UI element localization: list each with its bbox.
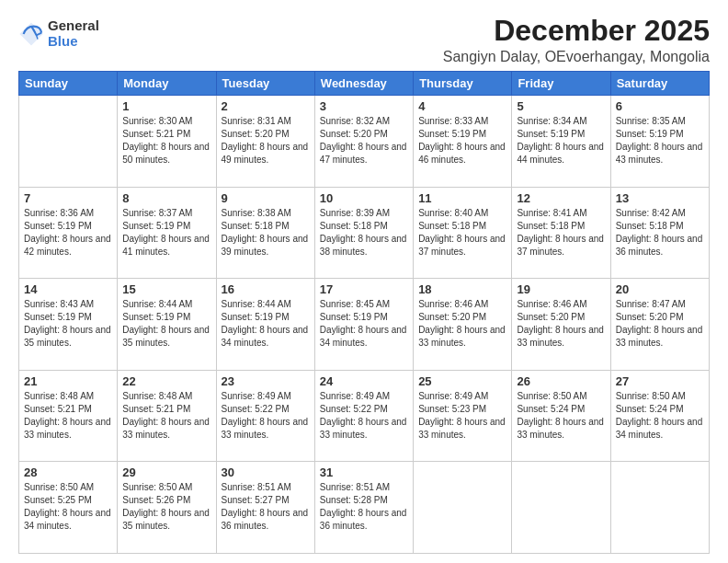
day-header-thursday: Thursday bbox=[414, 72, 512, 96]
calendar-cell bbox=[610, 462, 709, 554]
week-row-4: 21Sunrise: 8:48 AMSunset: 5:21 PMDayligh… bbox=[19, 370, 710, 462]
date-number: 5 bbox=[517, 99, 605, 113]
day-header-friday: Friday bbox=[512, 72, 610, 96]
cell-info: Sunrise: 8:39 AMSunset: 5:18 PMDaylight:… bbox=[320, 207, 408, 259]
date-number: 23 bbox=[222, 374, 310, 388]
calendar-cell bbox=[414, 462, 512, 554]
calendar-cell: 31Sunrise: 8:51 AMSunset: 5:28 PMDayligh… bbox=[314, 462, 413, 554]
cell-info: Sunrise: 8:37 AMSunset: 5:19 PMDaylight:… bbox=[122, 207, 210, 259]
calendar-cell: 26Sunrise: 8:50 AMSunset: 5:24 PMDayligh… bbox=[512, 370, 610, 462]
day-header-tuesday: Tuesday bbox=[216, 72, 314, 96]
cell-info: Sunrise: 8:48 AMSunset: 5:21 PMDaylight:… bbox=[24, 390, 112, 442]
cell-info: Sunrise: 8:49 AMSunset: 5:22 PMDaylight:… bbox=[222, 390, 310, 442]
calendar-cell: 22Sunrise: 8:48 AMSunset: 5:21 PMDayligh… bbox=[118, 370, 216, 462]
calendar-cell: 24Sunrise: 8:49 AMSunset: 5:22 PMDayligh… bbox=[314, 370, 413, 462]
week-row-2: 7Sunrise: 8:36 AMSunset: 5:19 PMDaylight… bbox=[19, 187, 710, 279]
calendar-cell: 27Sunrise: 8:50 AMSunset: 5:24 PMDayligh… bbox=[610, 370, 709, 462]
calendar-cell: 10Sunrise: 8:39 AMSunset: 5:18 PMDayligh… bbox=[314, 187, 413, 279]
header: General Blue December 2025 Sangiyn Dalay… bbox=[18, 15, 710, 65]
cell-info: Sunrise: 8:51 AMSunset: 5:27 PMDaylight:… bbox=[222, 481, 310, 533]
cell-info: Sunrise: 8:38 AMSunset: 5:18 PMDaylight:… bbox=[222, 207, 310, 259]
calendar-cell: 16Sunrise: 8:44 AMSunset: 5:19 PMDayligh… bbox=[216, 279, 314, 371]
date-number: 2 bbox=[222, 99, 310, 113]
calendar-cell: 18Sunrise: 8:46 AMSunset: 5:20 PMDayligh… bbox=[414, 279, 512, 371]
cell-info: Sunrise: 8:42 AMSunset: 5:18 PMDaylight:… bbox=[616, 207, 704, 259]
title-block: December 2025 Sangiyn Dalay, OEvoerhanga… bbox=[443, 15, 710, 65]
calendar-cell: 8Sunrise: 8:37 AMSunset: 5:19 PMDaylight… bbox=[118, 187, 216, 279]
calendar-cell: 13Sunrise: 8:42 AMSunset: 5:18 PMDayligh… bbox=[610, 187, 709, 279]
calendar-cell: 4Sunrise: 8:33 AMSunset: 5:19 PMDaylight… bbox=[414, 96, 512, 188]
calendar-cell: 30Sunrise: 8:51 AMSunset: 5:27 PMDayligh… bbox=[216, 462, 314, 554]
date-number: 15 bbox=[122, 282, 210, 296]
cell-info: Sunrise: 8:34 AMSunset: 5:19 PMDaylight:… bbox=[517, 115, 605, 167]
cell-info: Sunrise: 8:46 AMSunset: 5:20 PMDaylight:… bbox=[517, 298, 605, 350]
date-number: 24 bbox=[320, 374, 408, 388]
day-header-sunday: Sunday bbox=[19, 72, 118, 96]
cell-info: Sunrise: 8:30 AMSunset: 5:21 PMDaylight:… bbox=[122, 115, 210, 167]
header-row: SundayMondayTuesdayWednesdayThursdayFrid… bbox=[19, 72, 710, 96]
cell-info: Sunrise: 8:43 AMSunset: 5:19 PMDaylight:… bbox=[24, 298, 112, 350]
week-row-5: 28Sunrise: 8:50 AMSunset: 5:25 PMDayligh… bbox=[19, 462, 710, 554]
cell-info: Sunrise: 8:36 AMSunset: 5:19 PMDaylight:… bbox=[24, 207, 112, 259]
date-number: 17 bbox=[320, 282, 408, 296]
calendar-cell: 23Sunrise: 8:49 AMSunset: 5:22 PMDayligh… bbox=[216, 370, 314, 462]
date-number: 21 bbox=[24, 374, 112, 388]
cell-info: Sunrise: 8:50 AMSunset: 5:24 PMDaylight:… bbox=[616, 390, 704, 442]
date-number: 28 bbox=[24, 465, 112, 479]
logo-blue: Blue bbox=[48, 34, 99, 50]
calendar-cell: 9Sunrise: 8:38 AMSunset: 5:18 PMDaylight… bbox=[216, 187, 314, 279]
date-number: 11 bbox=[418, 191, 506, 205]
cell-info: Sunrise: 8:32 AMSunset: 5:20 PMDaylight:… bbox=[320, 115, 408, 167]
logo-icon bbox=[18, 21, 44, 47]
calendar-cell: 15Sunrise: 8:44 AMSunset: 5:19 PMDayligh… bbox=[118, 279, 216, 371]
calendar-table: SundayMondayTuesdayWednesdayThursdayFrid… bbox=[18, 71, 710, 554]
date-number: 9 bbox=[222, 191, 310, 205]
cell-info: Sunrise: 8:35 AMSunset: 5:19 PMDaylight:… bbox=[616, 115, 704, 167]
cell-info: Sunrise: 8:45 AMSunset: 5:19 PMDaylight:… bbox=[320, 298, 408, 350]
calendar-cell: 7Sunrise: 8:36 AMSunset: 5:19 PMDaylight… bbox=[19, 187, 118, 279]
date-number: 6 bbox=[616, 99, 704, 113]
date-number: 26 bbox=[517, 374, 605, 388]
main-title: December 2025 bbox=[443, 15, 710, 47]
cell-info: Sunrise: 8:50 AMSunset: 5:26 PMDaylight:… bbox=[122, 481, 210, 533]
calendar-cell: 17Sunrise: 8:45 AMSunset: 5:19 PMDayligh… bbox=[314, 279, 413, 371]
day-header-monday: Monday bbox=[118, 72, 216, 96]
cell-info: Sunrise: 8:33 AMSunset: 5:19 PMDaylight:… bbox=[418, 115, 506, 167]
calendar-cell: 6Sunrise: 8:35 AMSunset: 5:19 PMDaylight… bbox=[610, 96, 709, 188]
calendar-cell: 29Sunrise: 8:50 AMSunset: 5:26 PMDayligh… bbox=[118, 462, 216, 554]
week-row-3: 14Sunrise: 8:43 AMSunset: 5:19 PMDayligh… bbox=[19, 279, 710, 371]
calendar-cell: 3Sunrise: 8:32 AMSunset: 5:20 PMDaylight… bbox=[314, 96, 413, 188]
date-number: 13 bbox=[616, 191, 704, 205]
calendar-cell bbox=[19, 96, 118, 188]
date-number: 12 bbox=[517, 191, 605, 205]
calendar-cell: 12Sunrise: 8:41 AMSunset: 5:18 PMDayligh… bbox=[512, 187, 610, 279]
date-number: 7 bbox=[24, 191, 112, 205]
cell-info: Sunrise: 8:41 AMSunset: 5:18 PMDaylight:… bbox=[517, 207, 605, 259]
date-number: 1 bbox=[122, 99, 210, 113]
cell-info: Sunrise: 8:40 AMSunset: 5:18 PMDaylight:… bbox=[418, 207, 506, 259]
calendar-cell: 2Sunrise: 8:31 AMSunset: 5:20 PMDaylight… bbox=[216, 96, 314, 188]
cell-info: Sunrise: 8:49 AMSunset: 5:22 PMDaylight:… bbox=[320, 390, 408, 442]
calendar-cell: 21Sunrise: 8:48 AMSunset: 5:21 PMDayligh… bbox=[19, 370, 118, 462]
date-number: 3 bbox=[320, 99, 408, 113]
week-row-1: 1Sunrise: 8:30 AMSunset: 5:21 PMDaylight… bbox=[19, 96, 710, 188]
cell-info: Sunrise: 8:49 AMSunset: 5:23 PMDaylight:… bbox=[418, 390, 506, 442]
date-number: 16 bbox=[222, 282, 310, 296]
cell-info: Sunrise: 8:47 AMSunset: 5:20 PMDaylight:… bbox=[616, 298, 704, 350]
cell-info: Sunrise: 8:48 AMSunset: 5:21 PMDaylight:… bbox=[122, 390, 210, 442]
date-number: 20 bbox=[616, 282, 704, 296]
logo: General Blue bbox=[18, 18, 99, 49]
subtitle: Sangiyn Dalay, OEvoerhangay, Mongolia bbox=[443, 49, 710, 65]
logo-text: General Blue bbox=[48, 18, 99, 49]
date-number: 14 bbox=[24, 282, 112, 296]
day-header-saturday: Saturday bbox=[610, 72, 709, 96]
date-number: 30 bbox=[222, 465, 310, 479]
date-number: 25 bbox=[418, 374, 506, 388]
date-number: 10 bbox=[320, 191, 408, 205]
date-number: 29 bbox=[122, 465, 210, 479]
cell-info: Sunrise: 8:44 AMSunset: 5:19 PMDaylight:… bbox=[222, 298, 310, 350]
cell-info: Sunrise: 8:31 AMSunset: 5:20 PMDaylight:… bbox=[222, 115, 310, 167]
date-number: 22 bbox=[122, 374, 210, 388]
date-number: 8 bbox=[122, 191, 210, 205]
date-number: 18 bbox=[418, 282, 506, 296]
